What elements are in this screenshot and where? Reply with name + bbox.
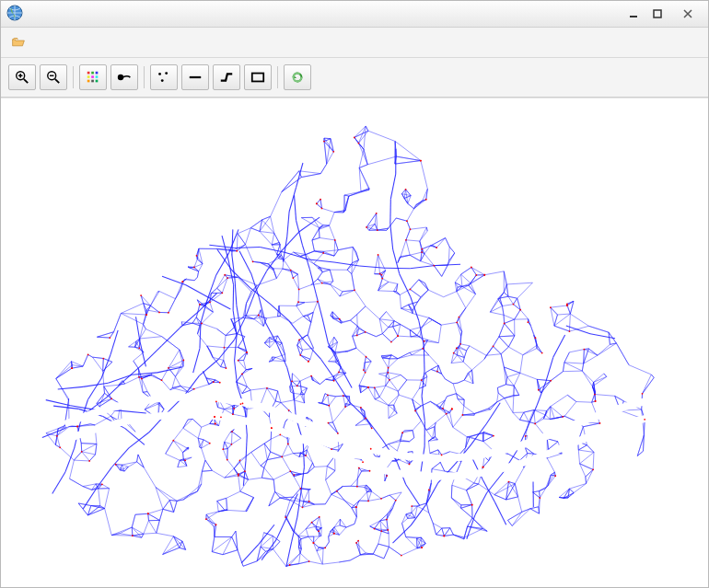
svg-line-2165	[436, 528, 442, 535]
svg-line-2593	[545, 415, 550, 420]
svg-point-3694	[504, 323, 506, 325]
svg-point-3645	[298, 340, 300, 341]
tadpole-shape-button[interactable]	[110, 64, 138, 90]
svg-line-2221	[262, 220, 274, 234]
refresh-button[interactable]	[284, 64, 311, 90]
svg-line-3104	[260, 231, 274, 233]
svg-line-973	[420, 227, 427, 241]
svg-point-3497	[279, 434, 281, 436]
svg-line-2816	[210, 352, 213, 358]
svg-point-3613	[227, 277, 228, 279]
svg-line-1959	[110, 416, 118, 420]
svg-line-1825	[422, 320, 432, 328]
svg-line-2287	[173, 428, 183, 440]
svg-line-661	[231, 438, 240, 444]
svg-line-1725	[72, 366, 83, 368]
svg-point-3500	[462, 414, 464, 416]
svg-line-1723	[366, 332, 377, 337]
svg-line-3313	[322, 208, 335, 212]
minimize-button[interactable]	[622, 5, 645, 23]
map-canvas[interactable]	[1, 98, 708, 587]
svg-point-3491	[401, 555, 402, 557]
svg-line-1911	[339, 372, 346, 373]
svg-line-2514	[192, 419, 202, 427]
svg-line-3382	[199, 294, 216, 311]
svg-line-3397	[487, 473, 503, 493]
svg-line-1164	[389, 395, 399, 405]
zoom-out-button[interactable]	[40, 64, 67, 90]
svg-line-3074	[598, 344, 610, 355]
svg-point-3720	[483, 274, 485, 276]
svg-line-2409	[202, 470, 212, 471]
svg-line-2936	[490, 298, 500, 312]
svg-line-1611	[366, 362, 372, 373]
svg-line-3477	[235, 280, 237, 306]
svg-line-2734	[301, 450, 307, 454]
svg-line-2487	[95, 444, 96, 455]
svg-line-895	[453, 415, 463, 427]
svg-line-1683	[175, 376, 180, 386]
svg-line-3232	[280, 317, 292, 324]
svg-line-2325	[294, 400, 305, 403]
svg-line-3399	[467, 515, 475, 539]
svg-line-2466	[340, 527, 346, 535]
svg-line-1766	[400, 294, 401, 308]
svg-point-3653	[410, 228, 412, 230]
svg-line-3015	[300, 453, 306, 455]
svg-point-3695	[365, 372, 366, 374]
color-palette-button[interactable]	[79, 64, 107, 90]
svg-line-1265	[148, 521, 156, 534]
svg-point-3721	[244, 470, 246, 472]
svg-line-2613	[413, 314, 429, 318]
maximize-button[interactable]	[645, 5, 669, 23]
svg-line-1397	[464, 526, 468, 537]
line-tool-button[interactable]	[181, 64, 209, 90]
svg-line-800	[334, 519, 340, 527]
svg-line-2402	[144, 324, 146, 329]
svg-line-2624	[396, 218, 407, 221]
svg-line-2858	[508, 347, 522, 355]
svg-line-931	[281, 402, 289, 409]
svg-line-1880	[408, 203, 414, 209]
svg-point-3655	[354, 136, 355, 138]
svg-line-111	[275, 491, 290, 500]
svg-point-3716	[421, 547, 423, 548]
svg-point-3551	[296, 385, 298, 386]
svg-point-3688	[356, 486, 358, 488]
svg-line-3100	[92, 357, 103, 358]
open-folder-button[interactable]	[6, 32, 30, 52]
svg-point-3684	[333, 533, 335, 535]
random-points-button[interactable]	[150, 64, 178, 90]
svg-line-1707	[582, 371, 593, 382]
svg-line-1504	[522, 509, 530, 513]
close-button[interactable]	[669, 5, 706, 23]
svg-line-1658	[375, 387, 380, 397]
zoom-in-button[interactable]	[8, 64, 36, 90]
svg-point-3711	[181, 281, 183, 282]
svg-line-587	[594, 374, 604, 382]
svg-point-3606	[321, 207, 323, 209]
svg-point-3554	[168, 367, 169, 369]
svg-line-3118	[407, 221, 411, 229]
svg-line-3322	[406, 484, 420, 505]
svg-point-3600	[168, 312, 169, 314]
svg-line-3398	[475, 493, 487, 515]
svg-point-3503	[374, 528, 376, 530]
svg-point-3546	[541, 352, 543, 354]
rectangle-tool-button[interactable]	[244, 64, 272, 90]
svg-line-3112	[221, 366, 227, 368]
svg-line-1990	[290, 553, 301, 565]
svg-line-2581	[381, 495, 389, 499]
svg-point-3727	[313, 542, 315, 544]
svg-line-1453	[236, 531, 238, 550]
svg-line-2663	[547, 458, 554, 472]
svg-line-2884	[335, 240, 338, 250]
svg-line-2061	[300, 376, 311, 382]
svg-line-1138	[451, 362, 463, 363]
svg-line-1313	[426, 503, 428, 513]
svg-line-3372	[390, 174, 395, 199]
z-line-button[interactable]	[213, 64, 240, 90]
svg-line-3086	[150, 375, 162, 380]
svg-line-2770	[378, 544, 389, 547]
svg-point-3523	[231, 431, 233, 432]
